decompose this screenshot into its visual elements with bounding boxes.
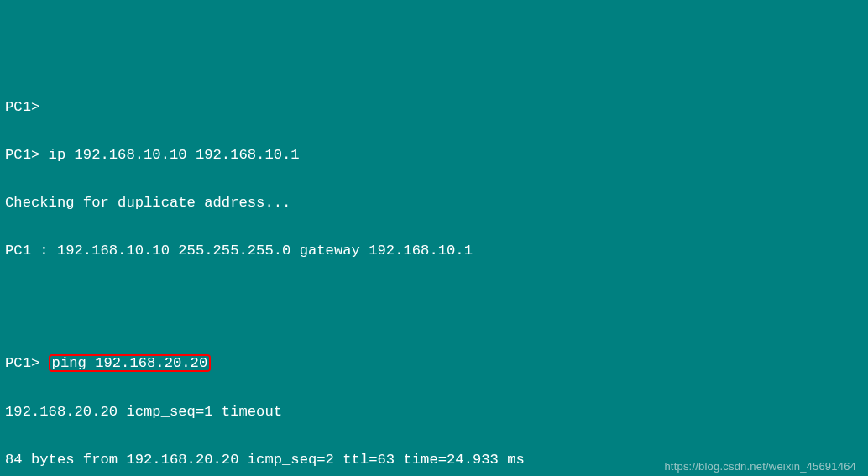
ip-config-result: PC1 : 192.168.10.10 255.255.255.0 gatewa…	[5, 243, 863, 259]
ip-config-command: PC1> ip 192.168.10.10 192.168.10.1	[5, 147, 863, 163]
duplicate-check-line: Checking for duplicate address...	[5, 195, 863, 211]
blank-line	[5, 290, 863, 306]
ping1-reply: 192.168.20.20 icmp_seq=1 timeout	[5, 404, 863, 420]
watermark-text: https://blog.csdn.net/weixin_45691464	[664, 458, 856, 474]
ping1-command-highlight: ping 192.168.20.20	[49, 354, 212, 372]
prompt-line: PC1>	[5, 99, 863, 115]
ping1-prompt: PC1>	[5, 355, 49, 371]
ping1-command-line: PC1> ping 192.168.20.20	[5, 354, 863, 372]
terminal-console[interactable]: PC1> PC1> ip 192.168.10.10 192.168.10.1 …	[0, 64, 868, 476]
